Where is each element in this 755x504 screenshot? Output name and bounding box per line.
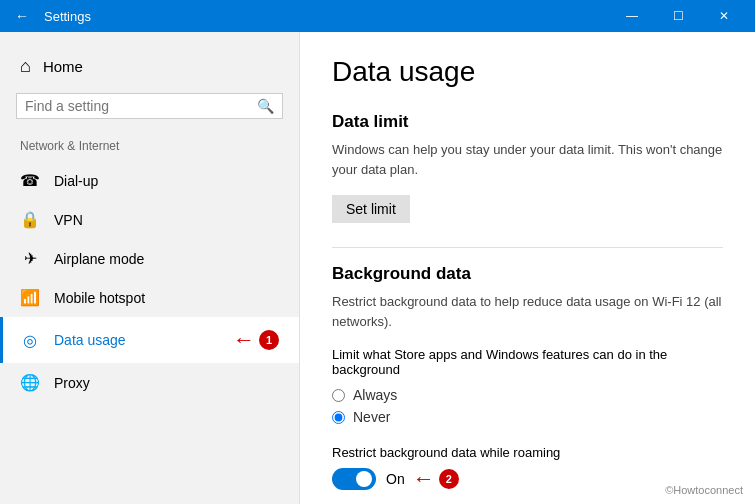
radio-never[interactable]: Never bbox=[332, 409, 723, 425]
watermark: ©Howtoconnect bbox=[665, 484, 743, 496]
sidebar-item-label: Airplane mode bbox=[54, 251, 144, 267]
vpn-icon: 🔒 bbox=[20, 210, 40, 229]
radio-never-label: Never bbox=[353, 409, 390, 425]
close-icon: ✕ bbox=[719, 9, 729, 23]
sidebar: ⌂ Home 🔍 Network & Internet ☎ Dial-up 🔒 … bbox=[0, 32, 300, 504]
sidebar-item-dial-up[interactable]: ☎ Dial-up bbox=[0, 161, 299, 200]
maximize-button[interactable]: ☐ bbox=[655, 0, 701, 32]
window-controls: — ☐ ✕ bbox=[609, 0, 747, 32]
restrict-roaming-label: Restrict background data while roaming bbox=[332, 445, 723, 460]
search-container: 🔍 bbox=[16, 93, 283, 119]
annotation-arrow-2: ← bbox=[413, 466, 435, 492]
set-limit-button[interactable]: Set limit bbox=[332, 195, 410, 223]
radio-always-input[interactable] bbox=[332, 389, 345, 402]
proxy-icon: 🌐 bbox=[20, 373, 40, 392]
data-limit-section: Data limit Windows can help you stay und… bbox=[332, 112, 723, 247]
titlebar: ← Settings — ☐ ✕ bbox=[0, 0, 755, 32]
sidebar-item-airplane[interactable]: ✈ Airplane mode bbox=[0, 239, 299, 278]
sidebar-item-label: Proxy bbox=[54, 375, 90, 391]
background-data-section: Background data Restrict background data… bbox=[332, 264, 723, 492]
sidebar-item-label: Data usage bbox=[54, 332, 229, 348]
annotation-badge-1: 1 bbox=[259, 330, 279, 350]
annotation-arrow-1: ← bbox=[233, 327, 255, 353]
sidebar-item-label: VPN bbox=[54, 212, 83, 228]
airplane-icon: ✈ bbox=[20, 249, 40, 268]
annotation-badge-2: 2 bbox=[439, 469, 459, 489]
minimize-icon: — bbox=[626, 9, 638, 23]
roaming-toggle[interactable] bbox=[332, 468, 376, 490]
radio-never-input[interactable] bbox=[332, 411, 345, 424]
titlebar-title: Settings bbox=[36, 9, 609, 24]
sidebar-item-hotspot[interactable]: 📶 Mobile hotspot bbox=[0, 278, 299, 317]
toggle-thumb bbox=[356, 471, 372, 487]
section-divider bbox=[332, 247, 723, 248]
hotspot-icon: 📶 bbox=[20, 288, 40, 307]
radio-group: Always Never bbox=[332, 387, 723, 425]
background-data-description: Restrict background data to help reduce … bbox=[332, 292, 723, 331]
toggle-on-label: On bbox=[386, 471, 405, 487]
data-limit-description: Windows can help you stay under your dat… bbox=[332, 140, 723, 179]
maximize-icon: ☐ bbox=[673, 9, 684, 23]
sidebar-item-label: Mobile hotspot bbox=[54, 290, 145, 306]
close-button[interactable]: ✕ bbox=[701, 0, 747, 32]
sidebar-item-vpn[interactable]: 🔒 VPN bbox=[0, 200, 299, 239]
page-title: Data usage bbox=[332, 56, 723, 88]
search-icon: 🔍 bbox=[257, 98, 274, 114]
sidebar-item-data-usage[interactable]: ◎ Data usage ← 1 bbox=[0, 317, 299, 363]
sidebar-item-home[interactable]: ⌂ Home bbox=[0, 48, 299, 85]
radio-always-label: Always bbox=[353, 387, 397, 403]
limit-sub-label: Limit what Store apps and Windows featur… bbox=[332, 347, 723, 377]
back-button[interactable]: ← bbox=[8, 2, 36, 30]
minimize-button[interactable]: — bbox=[609, 0, 655, 32]
data-limit-title: Data limit bbox=[332, 112, 723, 132]
sidebar-item-proxy[interactable]: 🌐 Proxy bbox=[0, 363, 299, 402]
sidebar-item-label: Dial-up bbox=[54, 173, 98, 189]
background-data-title: Background data bbox=[332, 264, 723, 284]
sidebar-section-title: Network & Internet bbox=[0, 135, 299, 161]
app-body: ⌂ Home 🔍 Network & Internet ☎ Dial-up 🔒 … bbox=[0, 32, 755, 504]
home-icon: ⌂ bbox=[20, 56, 31, 77]
home-label: Home bbox=[43, 58, 83, 75]
dial-up-icon: ☎ bbox=[20, 171, 40, 190]
search-input[interactable] bbox=[25, 98, 257, 114]
radio-always[interactable]: Always bbox=[332, 387, 723, 403]
data-usage-icon: ◎ bbox=[20, 331, 40, 350]
back-icon: ← bbox=[15, 8, 29, 24]
main-content: Data usage Data limit Windows can help y… bbox=[300, 32, 755, 504]
